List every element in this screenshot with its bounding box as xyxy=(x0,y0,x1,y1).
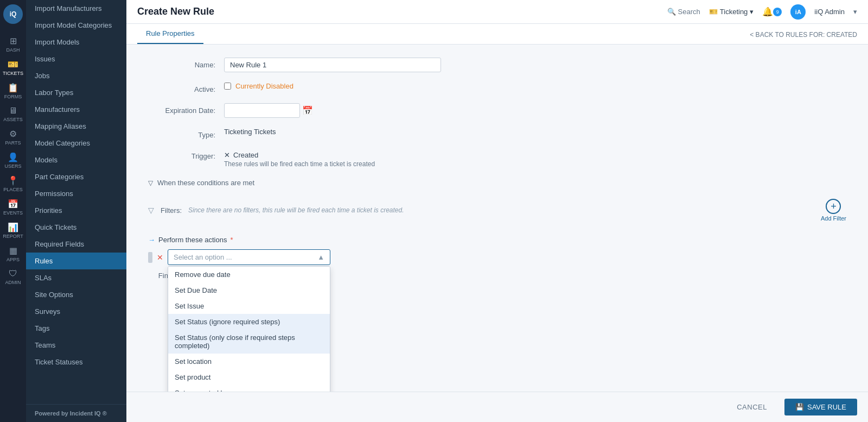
events-icon: 📅 xyxy=(8,199,18,209)
action-select-wrapper: Select an option ... ▲ Remove due date S… xyxy=(168,249,330,265)
nav-admin[interactable]: 🛡 ADMIN xyxy=(0,266,26,288)
sidebar-item-issues[interactable]: Issues xyxy=(26,51,126,67)
active-label: Active: xyxy=(148,82,224,93)
active-row: Active: Currently Disabled xyxy=(148,82,846,93)
name-row: Name: xyxy=(148,58,846,72)
add-filter-plus-icon: + xyxy=(826,199,841,214)
sidebar-item-import-models[interactable]: Import Models xyxy=(26,34,126,51)
filters-area: ▽ Filters: Since there are no filters, t… xyxy=(148,193,846,227)
users-icon: 👤 xyxy=(8,152,18,162)
sidebar-item-model-categories[interactable]: Model Categories xyxy=(26,135,126,152)
save-rule-button[interactable]: 💾 SAVE RULE xyxy=(784,399,857,415)
nav-events[interactable]: 📅 EVENTS xyxy=(0,196,26,219)
conditions-label: When these conditions are met xyxy=(157,179,254,187)
actions-header: → Perform these actions * xyxy=(148,236,846,244)
avatar[interactable]: iA xyxy=(790,4,806,20)
name-input[interactable] xyxy=(224,58,441,72)
trigger-text: Created xyxy=(233,151,258,159)
ticketing-dropdown[interactable]: 🎫 Ticketing ▾ xyxy=(709,8,754,16)
nav-tickets[interactable]: 🎫 TICKETS xyxy=(0,56,26,79)
dropdown-item-set-product[interactable]: Set product xyxy=(168,369,330,385)
expiration-date-input[interactable] xyxy=(224,103,300,118)
sidebar-item-permissions[interactable]: Permissions xyxy=(26,185,126,202)
back-to-rules-link[interactable]: < BACK TO RULES FOR: CREATED xyxy=(750,26,857,44)
dropdown-item-set-status-close[interactable]: Set Status (only close if required steps… xyxy=(168,330,330,354)
nav-report[interactable]: 📊 REPORT xyxy=(0,219,26,242)
sidebar-item-manufacturers[interactable]: Manufacturers xyxy=(26,101,126,118)
filter-icon: ▽ xyxy=(148,206,154,215)
nav-assets[interactable]: 🖥 ASSETS xyxy=(0,103,26,125)
sidebar-item-mapping-aliases[interactable]: Mapping Aliases xyxy=(26,118,126,135)
trigger-value: ✕ Created xyxy=(224,151,441,159)
dropdown-item-set-due-date[interactable]: Set Due Date xyxy=(168,282,330,298)
tab-rule-properties[interactable]: Rule Properties xyxy=(137,24,203,44)
action-row-1: ✕ Select an option ... ▲ Remove due date… xyxy=(148,249,846,265)
sidebar-item-jobs[interactable]: Jobs xyxy=(26,67,126,84)
sidebar-footer: Powered by Incident IQ ® xyxy=(26,404,126,422)
dropdown-item-set-requested-by[interactable]: Set requested by xyxy=(168,385,330,392)
add-filter-button[interactable]: + Add Filter xyxy=(821,199,846,222)
sidebar-item-teams[interactable]: Teams xyxy=(26,337,126,354)
actions-label: Perform these actions xyxy=(158,236,227,244)
nav-users[interactable]: 👤 USERS xyxy=(0,149,26,172)
type-control: Ticketing Tickets xyxy=(224,128,441,136)
trigger-row: Trigger: ✕ Created These rules will be f… xyxy=(148,149,846,168)
places-icon: 📍 xyxy=(8,175,18,186)
action-select-trigger[interactable]: Select an option ... ▲ xyxy=(168,249,330,265)
sidebar-item-site-options[interactable]: Site Options xyxy=(26,286,126,303)
bell-icon: 🔔 xyxy=(762,7,773,17)
sidebar-item-ticket-statuses[interactable]: Ticket Statuses xyxy=(26,354,126,370)
active-control: Currently Disabled xyxy=(224,82,441,90)
report-icon: 📊 xyxy=(8,222,18,232)
dropdown-item-set-status-ignore[interactable]: Set Status (ignore required steps) xyxy=(168,314,330,330)
sidebar-item-part-categories[interactable]: Part Categories xyxy=(26,168,126,185)
nav-forms[interactable]: 📋 FORMS xyxy=(0,79,26,103)
sidebar-item-quick-tickets[interactable]: Quick Tickets xyxy=(26,219,126,236)
dropdown-item-remove-due-date[interactable]: Remove due date xyxy=(168,267,330,282)
active-status: Currently Disabled xyxy=(235,82,293,90)
notifications[interactable]: 🔔 9 xyxy=(762,7,782,17)
search-button[interactable]: 🔍 Search xyxy=(667,8,700,16)
trigger-control: ✕ Created These rules will be fired each… xyxy=(224,151,441,168)
nav-places[interactable]: 📍 PLACES xyxy=(0,172,26,196)
name-label: Name: xyxy=(148,58,224,69)
search-icon: 🔍 xyxy=(667,8,676,16)
nav-dash[interactable]: ⊞ DASH xyxy=(0,33,26,56)
sidebar-item-tags[interactable]: Tags xyxy=(26,320,126,337)
sidebar-item-priorities[interactable]: Priorities xyxy=(26,202,126,219)
icon-nav: iQ ⊞ DASH 🎫 TICKETS 📋 FORMS 🖥 ASSETS ⚙ P… xyxy=(0,0,26,422)
dropdown-item-set-location[interactable]: Set location xyxy=(168,354,330,369)
expiration-label: Expiration Date: xyxy=(148,103,224,115)
type-row: Type: Ticketing Tickets xyxy=(148,128,846,139)
sidebar-item-surveys[interactable]: Surveys xyxy=(26,303,126,320)
select-chevron-icon: ▲ xyxy=(317,253,324,261)
page-title: Create New Rule xyxy=(137,6,214,17)
name-control xyxy=(224,58,441,72)
nav-parts[interactable]: ⚙ PARTS xyxy=(0,125,26,149)
admin-label: iiQ Admin xyxy=(814,8,845,16)
action-dropdown-menu: Remove due date Set Due Date Set Issue S… xyxy=(168,266,330,392)
dropdown-item-set-issue[interactable]: Set Issue xyxy=(168,298,330,314)
nav-apps[interactable]: ▦ APPS xyxy=(0,242,26,266)
active-checkbox[interactable] xyxy=(224,83,231,90)
calendar-icon[interactable]: 📅 xyxy=(302,105,313,116)
topbar: Create New Rule 🔍 Search 🎫 Ticketing ▾ 🔔… xyxy=(126,0,868,24)
sidebar-item-import-manufacturers[interactable]: Import Manufacturers xyxy=(26,0,126,17)
sidebar-item-import-model-categories[interactable]: Import Model Categories xyxy=(26,17,126,34)
remove-action-button[interactable]: ✕ xyxy=(157,253,163,262)
sidebar-item-rules[interactable]: Rules xyxy=(26,253,126,269)
cancel-button[interactable]: CANCEL xyxy=(726,399,778,415)
tickets-icon: 🎫 xyxy=(8,59,18,70)
conditions-arrow-icon: ▽ xyxy=(148,179,153,187)
drag-handle[interactable] xyxy=(148,252,152,263)
required-indicator: * xyxy=(230,236,233,244)
app-logo[interactable]: iQ xyxy=(3,4,23,24)
admin-icon: 🛡 xyxy=(9,269,17,279)
sidebar-item-required-fields[interactable]: Required Fields xyxy=(26,236,126,253)
forms-icon: 📋 xyxy=(8,83,18,93)
sidebar-item-models[interactable]: Models xyxy=(26,152,126,168)
sidebar-item-slas[interactable]: SLAs xyxy=(26,269,126,286)
filter-description: Since there are no filters, this rule wi… xyxy=(188,206,404,214)
save-icon: 💾 xyxy=(795,403,804,411)
sidebar-item-labor-types[interactable]: Labor Types xyxy=(26,84,126,101)
